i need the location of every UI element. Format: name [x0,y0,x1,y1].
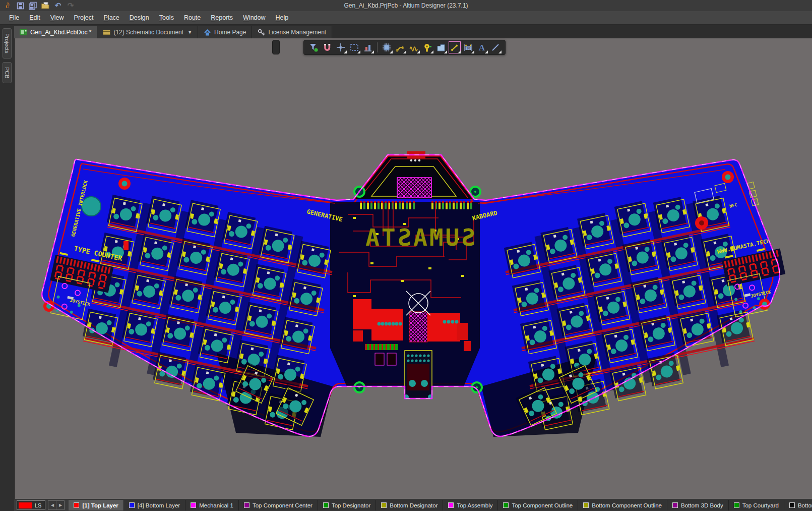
document-tab-bar: Gen_Ai_Kbd.PcbDoc * (12) Schematic Docum… [14,25,812,38]
quick-access-toolbar: ∂↶↷ [0,1,75,10]
keyswitch-footprint[interactable] [609,364,646,401]
menu-window[interactable]: Window [238,12,270,23]
doc-tab-schematic[interactable]: (12) Schematic Document ▼ [97,26,198,38]
svg-text:↷: ↷ [67,2,74,10]
layer-tab-label: Top Component Outline [512,502,573,508]
filter-icon[interactable] [307,41,320,53]
select-area-icon[interactable] [348,41,360,53]
sidebar-tab-projects[interactable]: Projects [3,28,12,59]
layer-tabs-bar: LS ◀ ▶ [1] Top Layer[4] Bottom LayerMech… [14,499,812,511]
text-string-icon[interactable]: A [476,41,488,53]
layer-color-swatch [789,502,795,508]
magnet-icon[interactable] [321,41,333,53]
keyswitch-footprint[interactable] [152,352,189,389]
polygon-pour-icon[interactable] [435,41,447,53]
layer-tab-top-courtyard[interactable]: Top Courtyard [729,500,784,510]
copper-pour[interactable] [353,299,371,329]
hatched-connector-footprint[interactable] [397,178,431,198]
layer-color-swatch [244,502,249,508]
crosshair-icon[interactable] [335,41,347,53]
layer-tab-label: Top Assembly [457,502,492,508]
layer-color-swatch [381,502,387,508]
menu-file[interactable]: File [4,12,24,23]
sidebar-tab-pcb[interactable]: PCB [3,62,12,84]
track-icon[interactable] [449,41,461,53]
pcb-editor-canvas[interactable]: 10A [14,38,812,499]
open-icon[interactable] [41,1,50,10]
menu-bar: FileEditViewProjectPlaceDesignToolsRoute… [0,11,812,25]
smd-pad [353,217,356,219]
layer-tab-bottom-courtyard[interactable]: Bottom Courtyard [784,500,812,510]
route-icon[interactable] [394,41,406,53]
layer-color-swatch [74,502,79,508]
key-icon [258,29,265,36]
smd-pad [353,295,356,297]
layer-set-control[interactable]: LS [17,500,45,510]
layer-tab-bottom-designator[interactable]: Bottom Designator [376,500,443,510]
line-icon[interactable] [489,41,502,53]
keyswitch-footprint[interactable] [189,364,226,401]
toolbar-handle[interactable] [272,40,280,54]
smd-component[interactable] [375,353,384,365]
menu-view[interactable]: View [45,12,69,23]
dimension-icon[interactable]: 10 [462,41,474,53]
keyswitch-footprint[interactable] [647,353,683,389]
smd-component[interactable] [387,353,396,365]
scroll-left-button[interactable]: ◀ [48,501,56,509]
small-red-pad [123,241,129,250]
striped-connector[interactable] [365,344,398,350]
layer-tab-mechanical-1[interactable]: Mechanical 1 [185,500,239,510]
pcb-doc-icon [20,29,27,35]
menu-route[interactable]: Route [179,12,206,23]
interactive-tune-icon[interactable] [408,41,420,53]
scroll-right-button[interactable]: ▶ [56,501,64,509]
title-bar: ∂↶↷ Gen_Ai_Kbd.PrjPcb - Altium Designer … [0,0,812,11]
save-all-icon[interactable] [28,1,37,10]
menu-project[interactable]: Project [69,12,99,23]
layer-tab-top-component-center[interactable]: Top Component Center [239,500,318,510]
via-icon[interactable] [421,41,433,53]
rotary-encoder[interactable] [82,197,101,216]
pcb-board-view[interactable]: TYPE COUNTER GENERATIVE INTERLOCK JOYSTI… [14,38,812,499]
save-icon[interactable] [16,1,25,10]
component-icon[interactable] [381,41,393,53]
svg-text:↶: ↶ [54,2,61,10]
usb-connector-footprint[interactable] [404,351,433,400]
altium-logo-icon[interactable]: ∂ [3,1,12,10]
menu-edit[interactable]: Edit [24,12,45,23]
undo-icon[interactable]: ↶ [53,1,63,10]
layer-tab--1-top-layer[interactable]: [1] Top Layer [69,500,123,510]
layer-scroll-buttons: ◀ ▶ [48,500,65,510]
layer-tab-top-assembly[interactable]: Top Assembly [443,500,498,510]
menu-place[interactable]: Place [99,12,124,23]
layer-tab-label: Bottom Courtyard [798,502,812,508]
svg-text:10: 10 [466,46,470,50]
layer-tab-label: Bottom 3D Body [681,502,723,508]
layer-tab-label: Top Designator [332,502,370,508]
menu-design[interactable]: Design [124,12,154,23]
svg-text:∂: ∂ [6,2,9,10]
layer-color-swatch [672,502,678,508]
layer-tab-top-designator[interactable]: Top Designator [318,500,376,510]
chevron-down-icon[interactable]: ▼ [188,30,192,35]
layer-color-swatch [448,502,454,508]
menu-help[interactable]: Help [271,12,294,23]
layer-tab-bottom-component-outline[interactable]: Bottom Component Outline [578,500,667,510]
doc-tab-pcbdoc[interactable]: Gen_Ai_Kbd.PcbDoc * [14,26,97,38]
redo-icon[interactable]: ↷ [66,1,75,10]
layer-tab-bottom-3d-body[interactable]: Bottom 3D Body [667,500,729,510]
layer-color-swatch [323,502,329,508]
doc-tab-home[interactable]: Home Page [198,26,252,38]
layer-tab--4-bottom-layer[interactable]: [4] Bottom Layer [124,500,185,510]
doc-tab-license[interactable]: License Management [252,26,332,38]
layer-tab-label: Bottom Designator [390,502,438,508]
menu-reports[interactable]: Reports [206,12,238,23]
smd-pad [401,280,404,282]
copper-pour-hatched[interactable] [409,312,427,342]
layer-color-swatch [129,502,135,508]
copper-pour[interactable] [427,313,460,342]
board-insight-icon[interactable] [362,41,374,53]
home-icon [204,29,211,36]
menu-tools[interactable]: Tools [154,12,179,23]
layer-tab-top-component-outline[interactable]: Top Component Outline [498,500,578,510]
